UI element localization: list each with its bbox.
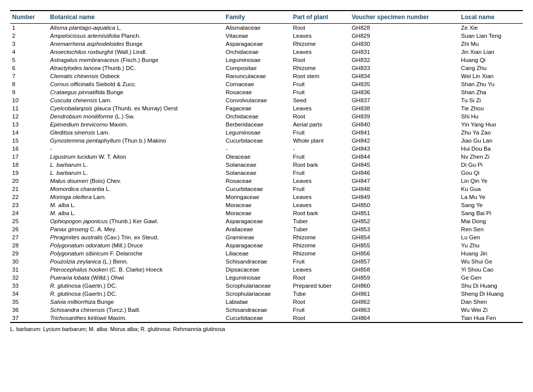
cell-voucher: GH843 (349, 145, 459, 153)
cell-botanical: Panax ginseng C. A. Mey. (48, 225, 223, 233)
cell-botanical: Dendrobium moniliforme (L.) Sw. (48, 112, 223, 120)
cell-botanical: Cyelcobalanpsis glauca (Thunb. ex Murray… (48, 104, 223, 112)
cell-botanical: Epimedium brevicornu Maxim. (48, 120, 223, 128)
cell-botanical: M. alba L. (48, 209, 223, 217)
cell-botanical: Clematis chinensis Osbeck (48, 72, 223, 80)
cell-voucher: GH829 (349, 32, 459, 40)
cell-local: Shi Hu (459, 112, 523, 120)
cell-botanical: Crataegus pinnatifida Bunge (48, 88, 223, 96)
cell-voucher: GH831 (349, 48, 459, 56)
cell-part: Leaves (291, 177, 350, 185)
cell-botanical: Ampelocissus artemisiifolia Planch. (48, 32, 223, 40)
cell-family: Leguminosae (224, 56, 291, 64)
table-row: 17Ligustrum lucidum W. T. AitonOleaceaeF… (10, 153, 523, 161)
cell-voucher: GH844 (349, 153, 459, 161)
cell-voucher: GH828 (349, 24, 459, 32)
cell-number: 14 (10, 128, 48, 137)
cell-local: Di Gu Pi (459, 161, 523, 169)
table-row: 37Trichosanthes kirilowii Maxim.Cucurbit… (10, 314, 523, 322)
cell-voucher: GH839 (349, 112, 459, 120)
cell-local: Zhi Mu (459, 40, 523, 48)
table-row: 5Astragalus membranaceus (Fisch.) BungeL… (10, 56, 523, 64)
cell-number: 31 (10, 266, 48, 274)
table-row: 36Schisandra chinensis (Turcz.) Baill.Sc… (10, 306, 523, 314)
cell-part: Root bark (291, 161, 350, 169)
cell-local: Huang Jin (459, 249, 523, 257)
cell-number: 30 (10, 257, 48, 266)
table-row: 14Gleditsia sinensis Lam.LeguminosaeFrui… (10, 128, 523, 137)
cell-botanical: M. alba L. (48, 201, 223, 209)
cell-number: 22 (10, 193, 48, 201)
cell-voucher: GH847 (349, 177, 459, 185)
cell-number: 25 (10, 217, 48, 225)
cell-number: 1 (10, 24, 48, 32)
cell-voucher: GH855 (349, 241, 459, 249)
cell-part: Prepared tuber (291, 282, 350, 290)
table-row: 16---GH843Hui Dou Ba (10, 145, 523, 153)
cell-local: Shan Zhu Yu (459, 80, 523, 88)
cell-botanical: Polygonatum odoratum (Mill.) Druce (48, 241, 223, 249)
cell-voucher: GH838 (349, 104, 459, 112)
cell-local: Yin Yang Huo (459, 120, 523, 128)
cell-local: Sheng Di Huang (459, 290, 523, 298)
cell-local: Jin Xian Lian (459, 48, 523, 56)
cell-part: Seed (291, 96, 350, 104)
cell-voucher: GH830 (349, 40, 459, 48)
cell-family: Schisandraceae (224, 257, 291, 266)
cell-family: Ranunculaceae (224, 72, 291, 80)
cell-family: - (224, 145, 291, 153)
cell-number: 29 (10, 249, 48, 257)
table-row: 19L. barbarum L.SolanaceaeFruitGH846Gou … (10, 169, 523, 177)
table-row: 7Clematis chinensis OsbeckRanunculaceaeR… (10, 72, 523, 80)
cell-botanical: Pterocephalus hookeri (C. B. Clarke) Hoe… (48, 266, 223, 274)
cell-voucher: GH851 (349, 209, 459, 217)
cell-voucher: GH835 (349, 80, 459, 88)
cell-part: Root stem (291, 72, 350, 80)
table-row: 21Momordica charantia L.CucurbitaceaeFru… (10, 185, 523, 193)
cell-family: Moraceae (224, 201, 291, 209)
cell-number: 20 (10, 177, 48, 185)
cell-family: Moraceae (224, 209, 291, 217)
cell-part: Leaves (291, 104, 350, 112)
table-row: 35Salvia miltiorrhiza BungeLabiataeRootG… (10, 298, 523, 306)
table-row: 18L. barbarum L.SolanaceaeRoot barkGH845… (10, 161, 523, 169)
cell-part: Aerial parts (291, 120, 350, 128)
cell-voucher: GH841 (349, 128, 459, 137)
table-row: 34R. glutinosa (Gaertn.) DC.Scrophularia… (10, 290, 523, 298)
cell-part: Tube (291, 290, 350, 298)
cell-family: Cucurbitaceae (224, 137, 291, 145)
cell-botanical: L. barbarum L. (48, 169, 223, 177)
cell-botanical: Schisandra chinensis (Turcz.) Baill. (48, 306, 223, 314)
cell-local: Ze Xie (459, 24, 523, 32)
table-row: 12Dendrobium moniliforme (L.) Sw.Orchida… (10, 112, 523, 120)
cell-family: Berberidaceae (224, 120, 291, 128)
cell-part: Root (291, 274, 350, 282)
table-row: 30Pouzolzia zeylanica (L.) Benn.Schisand… (10, 257, 523, 266)
cell-botanical: Pueraria lobata (Willd.) Ohwi (48, 274, 223, 282)
cell-number: 21 (10, 185, 48, 193)
cell-part: Fruit (291, 80, 350, 88)
cell-number: 37 (10, 314, 48, 322)
cell-local: Sang Ye (459, 201, 523, 209)
cell-botanical: R. glutinosa (Gaertn.) DC. (48, 282, 223, 290)
cell-part: Root (291, 56, 350, 64)
cell-local: Sang Bai Pi (459, 209, 523, 217)
cell-botanical: Trichosanthes kirilowii Maxim. (48, 314, 223, 322)
cell-part: Root (291, 112, 350, 120)
cell-botanical: Ligustrum lucidum W. T. Aiton (48, 153, 223, 161)
cell-part: Leaves (291, 48, 350, 56)
cell-part: Root (291, 24, 350, 32)
table-header-row: Number Botanical name Family Part of pla… (10, 11, 523, 24)
cell-number: 35 (10, 298, 48, 306)
table-row: 8Cornus officinalis Siebold & Zucc.Corna… (10, 80, 523, 88)
cell-botanical: Momordica charantia L. (48, 185, 223, 193)
cell-number: 8 (10, 80, 48, 88)
cell-number: 3 (10, 40, 48, 48)
cell-local: Wu Wei Zi (459, 306, 523, 314)
cell-voucher: GH852 (349, 217, 459, 225)
cell-local: Lu Gen (459, 233, 523, 241)
table-row: 31Pterocephalus hookeri (C. B. Clarke) H… (10, 266, 523, 274)
cell-botanical: Gleditsia sinensis Lam. (48, 128, 223, 137)
cell-botanical: Malus doumeri (Bois) Chev. (48, 177, 223, 185)
cell-part: Fruit (291, 306, 350, 314)
